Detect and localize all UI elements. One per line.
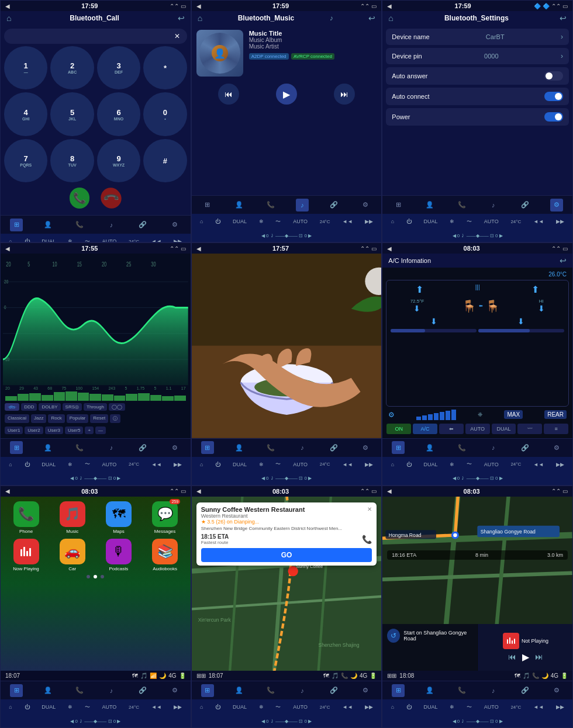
tab-settings-7[interactable]: ⚙: [168, 684, 181, 697]
settings-icon[interactable]: ⚙: [388, 411, 395, 419]
back-btn-4[interactable]: ◀: [5, 245, 10, 252]
tab-link-1[interactable]: 🔗: [136, 219, 149, 231]
tab-settings-9[interactable]: ⚙: [550, 684, 563, 697]
eq-preset-classical[interactable]: Classical: [5, 414, 29, 423]
eq-remove-btn[interactable]: —: [95, 427, 106, 434]
tab-grid-5[interactable]: ⊞: [201, 441, 214, 454]
play-pause-btn[interactable]: ▶: [276, 84, 297, 105]
ac-ac-btn[interactable]: A/C: [413, 424, 437, 434]
dial-2[interactable]: 2ABC: [50, 46, 94, 89]
app-music[interactable]: 🎵 Music: [51, 501, 93, 534]
eq-preset-reset[interactable]: Reset: [90, 414, 108, 423]
tab-contacts-5[interactable]: 👤: [233, 441, 246, 454]
prev-track-btn[interactable]: ⏮: [218, 84, 239, 105]
tab-settings-2[interactable]: ⚙: [359, 199, 372, 212]
tab-phone-3[interactable]: 📞: [455, 199, 468, 212]
tab-link-5[interactable]: 🔗: [327, 441, 340, 454]
ac-dual-btn[interactable]: DUAL: [492, 424, 516, 434]
tab-grid-7[interactable]: ⊞: [10, 684, 23, 697]
back-btn-2[interactable]: ◀: [196, 3, 201, 9]
tab-phone-1[interactable]: 📞: [73, 219, 86, 231]
app-now-playing[interactable]: Now Playing: [5, 539, 47, 571]
tab-contacts-2[interactable]: 👤: [233, 199, 246, 212]
dial-9[interactable]: 9WXYZ: [97, 139, 140, 182]
tab-grid-4[interactable]: ⊞: [10, 441, 23, 454]
eq-opt-srs[interactable]: SRS◎: [63, 403, 82, 411]
clear-icon[interactable]: ✕: [174, 32, 180, 40]
dial-5[interactable]: 5JKL: [50, 92, 94, 136]
play-btn-nav[interactable]: ▶: [522, 651, 529, 663]
tab-phone-5[interactable]: 📞: [264, 441, 277, 454]
tab-link-6[interactable]: 🔗: [519, 441, 531, 454]
back-btn-9[interactable]: ◀: [387, 488, 392, 494]
tab-phone-6[interactable]: 📞: [455, 441, 468, 454]
eq-opt-ddd[interactable]: DDD: [21, 403, 37, 411]
eq-opt-dolby[interactable]: DOLBY: [39, 403, 60, 411]
eq-add-btn[interactable]: +: [85, 427, 94, 434]
return-icon-2[interactable]: ↩: [368, 13, 375, 23]
tab-link-2[interactable]: 🔗: [327, 199, 340, 212]
app-podcasts[interactable]: 🎙 Podcasts: [98, 539, 139, 571]
app-audiobooks[interactable]: 📚 Audiobooks: [144, 539, 185, 571]
return-icon-6[interactable]: ↩: [560, 256, 567, 265]
dial-7[interactable]: 7PQRS: [4, 139, 47, 182]
app-car[interactable]: 🚗 Car: [51, 539, 93, 571]
tab-settings-5[interactable]: ⚙: [359, 441, 372, 454]
tab-settings-4[interactable]: ⚙: [168, 441, 181, 454]
tab-music-1[interactable]: ♪: [105, 219, 118, 231]
tab-grid-6[interactable]: ⊞: [392, 441, 405, 454]
dial-3[interactable]: 3DEF: [97, 46, 140, 89]
toggle-power[interactable]: [544, 112, 563, 122]
toggle-auto-connect[interactable]: [544, 92, 563, 101]
tab-grid-9[interactable]: ⊞: [392, 684, 405, 697]
return-icon-1[interactable]: ↩: [178, 13, 185, 23]
go-button[interactable]: GO: [201, 548, 372, 562]
tab-grid-8[interactable]: ⊞: [201, 684, 214, 697]
eq-opt-dts[interactable]: ·dts·: [5, 403, 19, 411]
ac-sync-btn[interactable]: ≡: [544, 424, 568, 434]
eq-opt-through[interactable]: Through: [84, 403, 107, 411]
tab-music-5[interactable]: ♪: [296, 441, 309, 454]
eq-preset-jazz[interactable]: Jazz: [31, 414, 46, 423]
tab-contacts-9[interactable]: 👤: [423, 684, 436, 697]
tab-contacts-1[interactable]: 👤: [42, 219, 54, 231]
rear-btn[interactable]: REAR: [544, 410, 567, 419]
tab-settings-3[interactable]: ⚙: [550, 199, 563, 212]
eq-opt-custom[interactable]: ◯◯: [109, 403, 125, 411]
tab-phone-9[interactable]: 📞: [455, 684, 468, 697]
tab-link-3[interactable]: 🔗: [519, 199, 531, 212]
back-btn-6[interactable]: ◀: [387, 245, 392, 252]
back-btn-8[interactable]: ◀: [196, 488, 201, 494]
back-btn-1[interactable]: ◀: [5, 3, 10, 9]
tab-music-7[interactable]: ♪: [105, 684, 118, 697]
eq-user1[interactable]: User1: [5, 427, 23, 434]
tab-music-3[interactable]: ♪: [487, 199, 500, 212]
tab-link-8[interactable]: 🔗: [327, 684, 340, 697]
tab-link-7[interactable]: 🔗: [136, 684, 149, 697]
prev-btn-nav[interactable]: ⏮: [508, 652, 516, 661]
dot-1[interactable]: [87, 575, 90, 578]
tab-contacts-8[interactable]: 👤: [233, 684, 246, 697]
tab-grid-2[interactable]: ⊞: [201, 199, 214, 212]
dot-2[interactable]: [94, 575, 97, 578]
toggle-auto-answer[interactable]: [544, 71, 563, 81]
dial-4[interactable]: 4GHI: [4, 92, 47, 136]
tab-contacts-6[interactable]: 👤: [423, 441, 436, 454]
eq-info-btn[interactable]: ⓘ: [110, 414, 120, 423]
setting-device-name[interactable]: Device name CarBT ›: [386, 29, 569, 45]
tab-grid-1[interactable]: ⊞: [10, 219, 23, 231]
home-climate-1[interactable]: ⌂: [9, 238, 12, 242]
home-icon-3[interactable]: ⌂: [388, 13, 393, 23]
tab-link-4[interactable]: 🔗: [136, 441, 149, 454]
app-messages[interactable]: 💬 259 Messages: [144, 501, 185, 534]
dial-0[interactable]: 0•: [143, 92, 187, 136]
tab-music-4[interactable]: ♪: [105, 441, 118, 454]
call-icon[interactable]: 📞: [362, 535, 372, 544]
eq-preset-popular[interactable]: Popular: [67, 414, 89, 423]
tab-music-2[interactable]: ♪: [296, 199, 309, 212]
app-maps[interactable]: 🗺 Maps: [98, 501, 139, 534]
return-icon-3[interactable]: ↩: [560, 13, 567, 23]
tab-contacts-7[interactable]: 👤: [42, 684, 54, 697]
ac-recirculate-btn[interactable]: ⬅: [439, 424, 464, 434]
dial-star[interactable]: *: [143, 46, 187, 89]
